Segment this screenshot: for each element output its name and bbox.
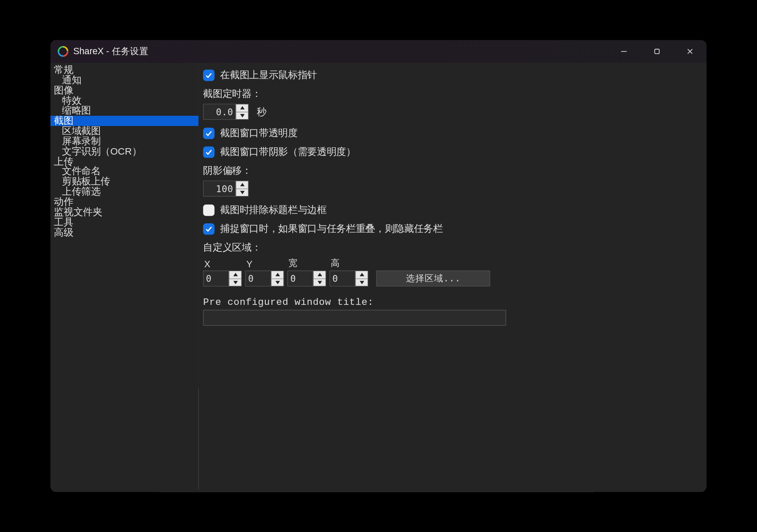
spinner-up-icon[interactable] [235, 181, 248, 189]
sidebar-item-screen-recorder[interactable]: 屏幕录制 [50, 136, 199, 146]
preconfig-title-label: Pre configured window title: [203, 297, 690, 307]
sidebar-item-ocr[interactable]: 文字识别（OCR） [50, 146, 199, 157]
sidebar-item-advanced[interactable]: 高级 [50, 228, 199, 238]
svg-marker-19 [359, 281, 364, 284]
timer-label: 截图定时器： [203, 87, 690, 100]
svg-marker-15 [275, 281, 280, 284]
hide-taskbar-checkbox[interactable] [203, 223, 214, 234]
maximize-button[interactable] [640, 40, 673, 63]
coord-w-value[interactable] [288, 271, 313, 286]
sidebar-item-general[interactable]: 常规 [50, 65, 199, 75]
sidebar-item-upload-filter[interactable]: 上传筛选 [50, 187, 199, 197]
timer-value[interactable] [204, 104, 236, 119]
svg-marker-18 [359, 273, 364, 276]
sidebar-item-clipboard-upload[interactable]: 剪贴板上传 [50, 177, 199, 187]
shadow-checkbox[interactable] [203, 146, 214, 158]
svg-marker-10 [240, 183, 244, 187]
spinner-down-icon[interactable] [229, 279, 241, 286]
transparency-checkbox[interactable] [203, 127, 214, 139]
window-title: ShareX - 任务设置 [73, 45, 607, 57]
show-cursor-checkbox[interactable] [203, 69, 214, 81]
svg-marker-11 [240, 191, 244, 194]
sharex-task-settings-window: ShareX - 任务设置 常规 通知 图像 特效 缩略图 截图 区域截图 屏幕… [50, 40, 707, 492]
svg-marker-8 [240, 106, 244, 110]
svg-marker-13 [233, 281, 238, 284]
sidebar-item-tools[interactable]: 工具 [50, 217, 199, 228]
custom-region-label: 自定义区域： [203, 241, 690, 254]
settings-content: 在截图上显示鼠标指针 截图定时器： 秒 截图窗口带透明度 [199, 63, 707, 492]
close-button[interactable] [673, 40, 706, 63]
shadow-label: 截图窗口带阴影（需要透明度） [220, 145, 355, 158]
sidebar-item-upload[interactable]: 上传 [50, 157, 199, 167]
coord-w-label: 宽 [288, 257, 326, 269]
svg-marker-14 [275, 273, 280, 276]
spinner-up-icon[interactable] [235, 104, 248, 112]
coord-y-label: Y [245, 259, 284, 269]
coord-h-spinner[interactable] [329, 271, 368, 286]
transparency-label: 截图窗口带透明度 [220, 126, 297, 140]
svg-rect-5 [655, 49, 660, 54]
hide-taskbar-label: 捕捉窗口时，如果窗口与任务栏重叠，则隐藏任务栏 [220, 222, 443, 235]
shadow-offset-spinner[interactable] [203, 181, 249, 196]
window-controls [607, 40, 707, 63]
sidebar-item-watch-folder[interactable]: 监视文件夹 [50, 207, 199, 217]
exclude-titlebar-label: 截图时排除标题栏与边框 [220, 203, 326, 216]
coord-h-label: 高 [329, 257, 368, 269]
shadow-offset-value[interactable] [204, 181, 236, 196]
timer-unit: 秒 [257, 105, 267, 118]
spinner-down-icon[interactable] [313, 279, 326, 286]
svg-marker-9 [240, 114, 244, 117]
svg-marker-12 [233, 273, 238, 276]
exclude-titlebar-checkbox[interactable] [203, 204, 214, 216]
titlebar[interactable]: ShareX - 任务设置 [50, 40, 707, 63]
spinner-down-icon[interactable] [355, 279, 367, 286]
coord-y-value[interactable] [246, 271, 271, 286]
spinner-down-icon[interactable] [271, 279, 283, 286]
coord-y-spinner[interactable] [245, 271, 284, 286]
spinner-up-icon[interactable] [355, 271, 367, 279]
sidebar-item-notifications[interactable]: 通知 [50, 75, 199, 85]
sidebar-item-thumbnail[interactable]: 缩略图 [50, 106, 199, 116]
svg-marker-16 [317, 273, 322, 276]
sidebar-item-file-naming[interactable]: 文件命名 [50, 167, 199, 177]
spinner-up-icon[interactable] [313, 271, 326, 279]
spinner-up-icon[interactable] [229, 271, 241, 279]
show-cursor-label: 在截图上显示鼠标指针 [220, 68, 317, 82]
spinner-down-icon[interactable] [235, 112, 248, 119]
svg-marker-17 [317, 281, 322, 284]
shadow-offset-label: 阴影偏移： [203, 164, 690, 177]
sidebar-item-actions[interactable]: 动作 [50, 197, 199, 208]
preconfig-title-input[interactable] [203, 310, 506, 326]
spinner-up-icon[interactable] [271, 271, 283, 279]
coord-x-spinner[interactable] [203, 271, 242, 286]
sidebar-item-region-capture[interactable]: 区域截图 [50, 126, 199, 136]
sidebar-item-effects[interactable]: 特效 [50, 96, 199, 106]
sidebar-item-image[interactable]: 图像 [50, 85, 199, 96]
spinner-down-icon[interactable] [235, 189, 248, 196]
select-region-button[interactable]: 选择区域... [376, 271, 490, 286]
minimize-button[interactable] [607, 40, 640, 63]
coord-x-label: X [203, 259, 242, 269]
sharex-logo-icon [57, 46, 69, 57]
settings-sidebar: 常规 通知 图像 特效 缩略图 截图 区域截图 屏幕录制 文字识别（OCR） 上… [50, 63, 199, 492]
coord-h-value[interactable] [330, 271, 355, 286]
timer-spinner[interactable] [203, 104, 249, 120]
coord-x-value[interactable] [204, 271, 229, 286]
sidebar-item-capture[interactable]: 截图 [50, 116, 199, 126]
coord-w-spinner[interactable] [288, 271, 326, 286]
